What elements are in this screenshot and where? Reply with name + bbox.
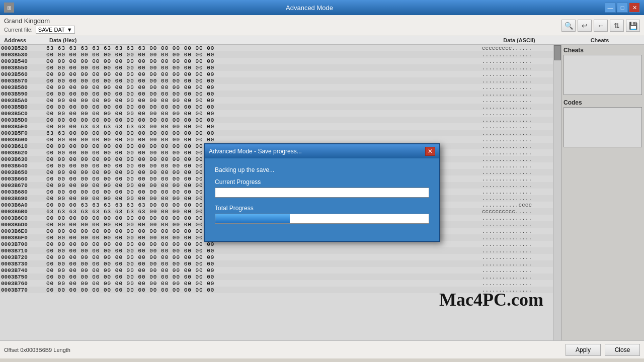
file-label: Current file: xyxy=(4,27,33,33)
status-bar: Offset 0x0003B6B9 Length Apply Close xyxy=(0,340,644,358)
file-dropdown[interactable]: SAVE DAT ▼ xyxy=(36,26,75,34)
modal-title: Advanced Mode - Save progress... xyxy=(209,148,302,155)
search-button[interactable]: 🔍 xyxy=(561,20,576,32)
header-cheats: Cheats xyxy=(559,37,640,43)
header-address: Address xyxy=(4,37,49,43)
toolbar: 🔍 ↩ ← ⇅ 💾 xyxy=(561,20,640,32)
file-dropdown-value: SAVE DAT xyxy=(38,27,65,33)
main-area: 0003B52063 63 63 63 63 63 63 63 63 00 00… xyxy=(0,45,644,340)
chevron-down-icon: ▼ xyxy=(67,27,72,33)
current-progress-bar xyxy=(215,188,429,198)
minimize-button[interactable]: — xyxy=(605,3,616,13)
close-button[interactable]: Close xyxy=(605,344,640,356)
header-hex: Data (Hex) xyxy=(49,37,479,43)
app-title: Grand Kingdom xyxy=(4,17,75,25)
close-window-button[interactable]: ✕ xyxy=(629,3,640,13)
current-progress-label: Current Progress xyxy=(215,178,429,186)
title-bar: ⊞ Advanced Mode — □ ✕ xyxy=(0,0,644,15)
total-progress-label: Total Progress xyxy=(215,205,429,212)
modal-body: Backing up the save... Current Progress … xyxy=(205,158,439,241)
header-ascii: Data (ASCII) xyxy=(479,37,559,43)
app-info: Grand Kingdom Current file: SAVE DAT ▼ xyxy=(4,17,75,34)
total-progress-fill xyxy=(215,214,290,223)
window-controls: — □ ✕ xyxy=(605,3,640,13)
modal-status-text: Backing up the save... xyxy=(215,166,429,173)
offset-label: Offset xyxy=(4,347,19,353)
maximize-button[interactable]: □ xyxy=(617,3,628,13)
back-button[interactable]: ← xyxy=(594,20,608,32)
modal-title-bar: Advanced Mode - Save progress... ✕ xyxy=(205,144,439,158)
offset-value-text: 0x0003B6B9 xyxy=(20,347,52,353)
undo-button[interactable]: ↩ xyxy=(578,20,592,32)
modal-overlay: Advanced Mode - Save progress... ✕ Backi… xyxy=(0,45,644,340)
status-buttons: Apply Close xyxy=(566,344,640,356)
top-bar: Grand Kingdom Current file: SAVE DAT ▼ 🔍… xyxy=(0,15,644,36)
app-icon: ⊞ xyxy=(4,3,14,13)
sort-button[interactable]: ⇅ xyxy=(610,20,624,32)
apply-button[interactable]: Apply xyxy=(566,344,601,356)
total-progress-bar xyxy=(215,214,429,224)
modal-close-button[interactable]: ✕ xyxy=(425,147,435,156)
window-title: Advanced Mode xyxy=(14,4,605,12)
status-info: Offset 0x0003B6B9 Length xyxy=(4,347,70,353)
save-button[interactable]: 💾 xyxy=(626,20,640,32)
column-headers: Address Data (Hex) Data (ASCII) Cheats xyxy=(0,36,644,45)
save-progress-dialog: Advanced Mode - Save progress... ✕ Backi… xyxy=(204,143,440,242)
file-row: Current file: SAVE DAT ▼ xyxy=(4,26,75,34)
length-label-text: Length xyxy=(53,347,70,353)
